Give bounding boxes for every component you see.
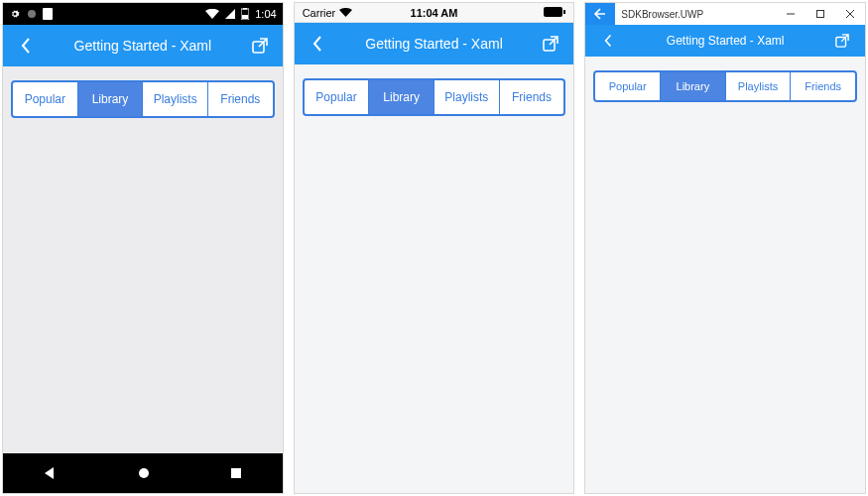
page-title: Getting Started - Xaml (621, 34, 829, 48)
external-link-button[interactable] (247, 38, 273, 54)
cell-signal-icon (225, 9, 235, 19)
svg-rect-3 (243, 8, 247, 10)
wifi-icon (339, 7, 352, 19)
segment-library[interactable]: Library (78, 82, 144, 116)
external-link-button[interactable] (829, 34, 855, 48)
back-button[interactable] (305, 36, 330, 52)
app-header: Getting Started - Xaml (585, 25, 865, 57)
gear-icon (9, 8, 21, 20)
card-icon (43, 8, 53, 20)
segmented-control: Popular Library Playlists Friends (303, 78, 566, 116)
android-status-bar: 1:04 (3, 3, 283, 25)
content-area: Popular Library Playlists Friends (3, 66, 283, 453)
back-button[interactable] (595, 34, 621, 48)
segment-playlists[interactable]: Playlists (143, 82, 208, 116)
content-area: Popular Library Playlists Friends (295, 64, 574, 493)
close-button[interactable] (835, 3, 865, 25)
uwp-device: SDKBrowser.UWP Getting Started - Xaml (584, 2, 866, 494)
status-time: 11:04 AM (390, 7, 478, 19)
segment-library[interactable]: Library (661, 72, 726, 100)
nav-back-icon[interactable] (43, 466, 57, 480)
segmented-control: Popular Library Playlists Friends (593, 70, 857, 102)
svg-rect-1 (43, 8, 53, 20)
segment-friends[interactable]: Friends (208, 82, 273, 116)
ios-device: Carrier 11:04 AM Getting Started - Xaml … (294, 2, 575, 494)
svg-rect-7 (231, 468, 241, 478)
uwp-shell-back-button[interactable] (585, 3, 615, 25)
svg-rect-8 (544, 7, 562, 17)
segment-friends[interactable]: Friends (791, 72, 855, 100)
segmented-control: Popular Library Playlists Friends (11, 80, 275, 118)
maximize-button[interactable] (806, 3, 835, 25)
back-button[interactable] (13, 38, 39, 54)
uwp-window-title: SDKBrowser.UWP (615, 3, 865, 25)
segment-friends[interactable]: Friends (500, 80, 564, 114)
segment-library[interactable]: Library (369, 80, 434, 114)
external-link-button[interactable] (538, 36, 563, 52)
page-title: Getting Started - Xaml (330, 36, 539, 52)
wifi-icon (205, 9, 219, 19)
android-device: 1:04 Getting Started - Xaml Popular Libr… (2, 2, 284, 494)
svg-rect-4 (242, 15, 248, 19)
ios-status-bar: Carrier 11:04 AM (295, 3, 574, 23)
minimize-button[interactable] (776, 3, 806, 25)
battery-icon (544, 7, 565, 19)
nav-recent-icon[interactable] (230, 467, 242, 479)
status-time: 1:04 (255, 8, 276, 20)
segment-popular[interactable]: Popular (305, 80, 370, 114)
page-title: Getting Started - Xaml (39, 38, 247, 54)
carrier-label: Carrier (303, 7, 336, 19)
svg-rect-9 (563, 10, 565, 14)
segment-playlists[interactable]: Playlists (726, 72, 792, 100)
android-nav-bar (3, 453, 283, 493)
app-header: Getting Started - Xaml (3, 25, 283, 66)
segment-popular[interactable]: Popular (595, 72, 661, 100)
svg-point-6 (139, 468, 149, 478)
svg-point-0 (28, 10, 36, 18)
circle-icon (27, 9, 37, 19)
nav-home-icon[interactable] (137, 466, 151, 480)
content-area: Popular Library Playlists Friends (585, 57, 865, 493)
segment-playlists[interactable]: Playlists (434, 80, 500, 114)
battery-icon (241, 8, 249, 20)
app-header: Getting Started - Xaml (295, 23, 574, 64)
uwp-titlebar-zone: SDKBrowser.UWP (585, 3, 865, 25)
segment-popular[interactable]: Popular (13, 82, 78, 116)
svg-rect-12 (817, 11, 824, 18)
